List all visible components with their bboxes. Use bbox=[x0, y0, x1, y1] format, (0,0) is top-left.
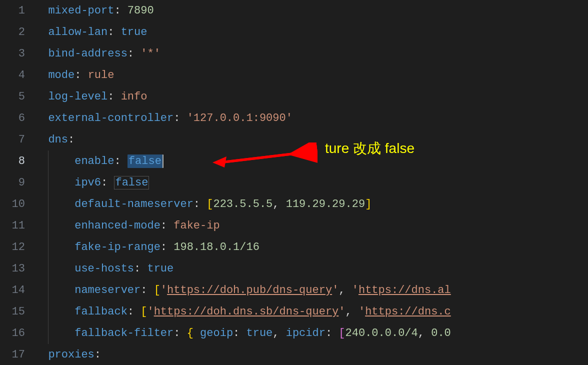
token-key: mixed-port bbox=[48, 4, 114, 17]
token-colon: : bbox=[128, 306, 140, 318]
token-comma: , bbox=[346, 306, 358, 318]
code-line[interactable]: 2 allow-lan: true bbox=[0, 22, 588, 43]
line-number: 17 bbox=[0, 348, 35, 361]
line-content[interactable]: fallback: ['https://doh.dns.sb/dns-query… bbox=[35, 306, 451, 318]
line-number: 9 bbox=[0, 176, 35, 189]
line-number: 8 bbox=[0, 155, 35, 168]
token-key: bind-address bbox=[48, 48, 127, 60]
line-content[interactable]: mode: rule bbox=[35, 69, 114, 82]
line-content[interactable]: enhanced-mode: fake-ip bbox=[35, 220, 220, 232]
line-number: 14 bbox=[0, 284, 35, 296]
indent-guide bbox=[48, 301, 48, 322]
token-colon: : bbox=[194, 198, 206, 210]
code-line[interactable]: 13 use-hosts: true bbox=[0, 258, 588, 280]
token-colon: : bbox=[74, 69, 88, 82]
token-key: enable bbox=[74, 155, 114, 168]
token-number: 198.18.0.1/16 bbox=[174, 241, 260, 254]
code-line[interactable]: 4 mode: rule bbox=[0, 64, 588, 86]
line-number: 6 bbox=[0, 112, 35, 124]
line-content[interactable]: nameserver: ['https://doh.pub/dns-query'… bbox=[35, 284, 451, 296]
line-number: 4 bbox=[0, 69, 35, 82]
token-string: ' bbox=[147, 306, 154, 318]
token-value-true: true bbox=[121, 26, 148, 38]
code-line[interactable]: 11 enhanced-mode: fake-ip bbox=[0, 215, 588, 236]
token-colon: : bbox=[114, 155, 127, 168]
line-number: 1 bbox=[0, 4, 35, 17]
token-url: https://dns.c bbox=[365, 306, 451, 318]
code-line[interactable]: 14 nameserver: ['https://doh.pub/dns-que… bbox=[0, 280, 588, 301]
token-key: external-controller bbox=[48, 112, 174, 124]
token-colon: : bbox=[114, 4, 127, 17]
code-line[interactable]: 15 fallback: ['https://doh.dns.sb/dns-qu… bbox=[0, 301, 588, 322]
token-colon: : bbox=[160, 220, 174, 232]
code-line[interactable]: 6 external-controller: '127.0.0.1:9090' bbox=[0, 108, 588, 129]
indent-guide bbox=[48, 150, 48, 172]
token-colon: : bbox=[134, 262, 147, 275]
token-key: log-level bbox=[48, 90, 108, 103]
token-key: dns bbox=[48, 134, 68, 146]
token-key: enhanced-mode bbox=[74, 220, 160, 232]
line-content[interactable]: fallback-filter: { geoip: true, ipcidr: … bbox=[35, 327, 451, 340]
indent-guide bbox=[48, 172, 48, 194]
code-line[interactable]: 5 log-level: info bbox=[0, 86, 588, 108]
token-url: https://doh.pub/dns-query bbox=[167, 284, 332, 296]
line-number: 5 bbox=[0, 90, 35, 103]
token-colon: : bbox=[174, 327, 186, 340]
token-number: 7890 bbox=[128, 4, 154, 17]
line-content[interactable]: use-hosts: true bbox=[35, 262, 174, 275]
token-colon: : bbox=[128, 48, 140, 60]
token-bracket: [ bbox=[154, 284, 160, 296]
token-string: ' bbox=[352, 284, 358, 296]
token-colon: : bbox=[174, 112, 186, 124]
token-key: geoip bbox=[200, 327, 233, 340]
token-colon: : bbox=[108, 26, 120, 38]
token-string: '*' bbox=[140, 48, 160, 60]
line-content[interactable]: enable: false bbox=[35, 154, 164, 168]
indent-guide bbox=[48, 215, 48, 236]
token-colon: : bbox=[108, 90, 120, 103]
token-bracket2: [ bbox=[338, 327, 345, 340]
code-line[interactable]: 9 ipv6: false bbox=[0, 172, 588, 194]
token-bracket: [ bbox=[206, 198, 213, 210]
token-number: 119.29.29.29 bbox=[286, 198, 365, 210]
token-value-true: true bbox=[246, 327, 273, 340]
line-content[interactable]: ipv6: false bbox=[35, 176, 149, 190]
line-content[interactable]: proxies: bbox=[35, 348, 101, 361]
token-comma: , bbox=[272, 327, 286, 340]
line-content[interactable]: fake-ip-range: 198.18.0.1/16 bbox=[35, 241, 260, 254]
token-key: default-nameserver bbox=[74, 198, 194, 210]
line-content[interactable]: bind-address: '*' bbox=[35, 48, 160, 60]
code-line[interactable]: 7 dns: bbox=[0, 129, 588, 150]
token-key: proxies bbox=[48, 348, 94, 361]
code-line[interactable]: 8 enable: false bbox=[0, 150, 588, 172]
token-comma: , bbox=[418, 327, 431, 340]
token-url: https://doh.dns.sb/dns-query bbox=[154, 306, 339, 318]
code-editor[interactable]: 1 mixed-port: 78902 allow-lan: true3 bin… bbox=[0, 0, 588, 365]
line-content[interactable]: default-nameserver: [223.5.5.5, 119.29.2… bbox=[35, 198, 372, 210]
code-line[interactable]: 16 fallback-filter: { geoip: true, ipcid… bbox=[0, 322, 588, 344]
line-number: 13 bbox=[0, 262, 35, 275]
token-comma: , bbox=[272, 198, 286, 210]
code-line[interactable]: 17 proxies: bbox=[0, 344, 588, 365]
code-line[interactable]: 12 fake-ip-range: 198.18.0.1/16 bbox=[0, 236, 588, 258]
token-colon: : bbox=[233, 327, 246, 340]
line-number: 3 bbox=[0, 48, 35, 60]
code-line[interactable]: 10 default-nameserver: [223.5.5.5, 119.2… bbox=[0, 194, 588, 215]
token-key: fake-ip-range bbox=[74, 241, 160, 254]
indent-guide bbox=[48, 322, 48, 344]
code-line[interactable]: 1 mixed-port: 7890 bbox=[0, 0, 588, 22]
line-content[interactable]: mixed-port: 7890 bbox=[35, 4, 154, 17]
line-content[interactable]: dns: bbox=[35, 134, 74, 146]
token-text-plain: info bbox=[121, 90, 148, 103]
line-number: 12 bbox=[0, 241, 35, 254]
token-number: 223.5.5.5 bbox=[213, 198, 272, 210]
token-colon: : bbox=[94, 348, 101, 361]
line-content[interactable]: external-controller: '127.0.0.1:9090' bbox=[35, 112, 292, 124]
token-text-plain: rule bbox=[88, 69, 114, 82]
line-content[interactable]: allow-lan: true bbox=[35, 26, 147, 38]
token-number: 0.0 bbox=[431, 327, 451, 340]
code-line[interactable]: 3 bind-address: '*' bbox=[0, 43, 588, 64]
token-key: fallback-filter bbox=[74, 327, 174, 340]
token-key: fallback bbox=[74, 306, 128, 318]
line-content[interactable]: log-level: info bbox=[35, 90, 147, 103]
